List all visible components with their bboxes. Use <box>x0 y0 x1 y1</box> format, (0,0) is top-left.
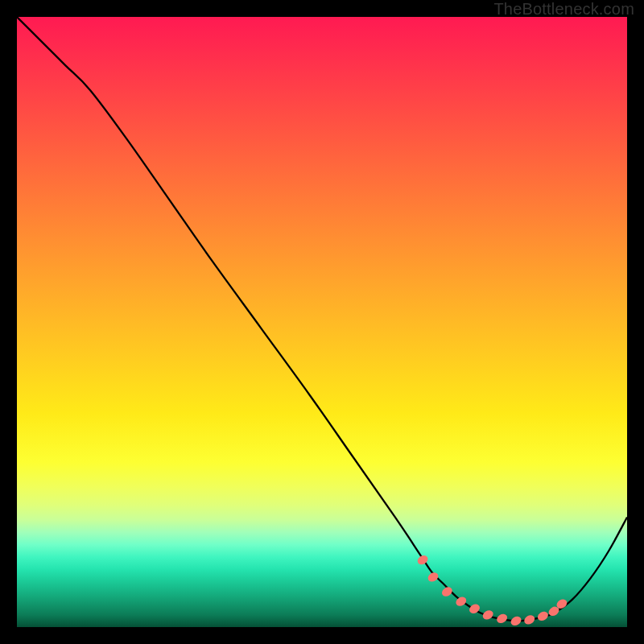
svg-point-7 <box>510 614 523 627</box>
data-marker <box>495 612 509 625</box>
chart-svg <box>17 17 627 627</box>
data-marker <box>522 613 536 626</box>
svg-point-5 <box>481 609 495 621</box>
data-marker <box>536 609 550 622</box>
attribution-text: TheBottleneck.com <box>493 0 634 19</box>
bottleneck-curve <box>17 17 627 621</box>
svg-point-8 <box>522 613 536 626</box>
svg-point-9 <box>536 609 550 622</box>
chart-container: TheBottleneck.com <box>0 0 644 644</box>
data-marker <box>510 614 523 627</box>
svg-point-6 <box>495 612 509 625</box>
data-marker <box>481 609 495 621</box>
